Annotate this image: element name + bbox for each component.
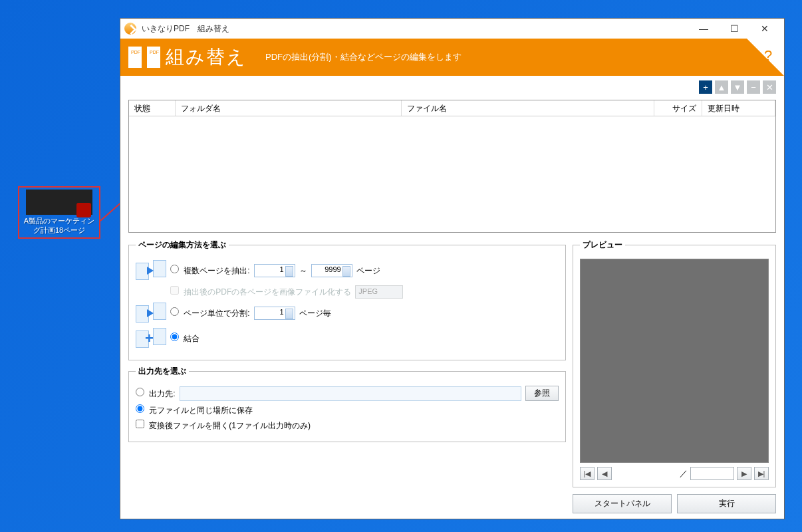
header-rearrange-icon: PDFPDF	[127, 44, 162, 70]
remove-file-button[interactable]: −	[747, 80, 760, 94]
col-folder: フォルダ名	[176, 100, 402, 116]
preview-nav: |◀ ◀ ／ ▶ ▶|	[580, 467, 769, 480]
move-down-button[interactable]: ▼	[731, 80, 744, 94]
page-number-input[interactable]	[690, 467, 734, 480]
header-subtitle: PDFの抽出(分割)・結合などページの編集をします	[265, 51, 462, 63]
manual-icon[interactable]	[734, 48, 749, 64]
desktop-file-label: A製品のマーケティング計画18ページ	[21, 216, 97, 235]
next-page-button[interactable]: ▶	[737, 467, 751, 480]
merge-icon	[136, 328, 166, 349]
preview-legend: プレビュー	[580, 239, 625, 251]
merge-radio[interactable]: 結合	[170, 332, 200, 344]
clear-files-button[interactable]: ✕	[763, 80, 776, 94]
range-separator: ～	[299, 265, 307, 277]
table-header: 状態 フォルダ名 ファイル名 サイズ 更新日時	[129, 100, 775, 116]
file-toolbar: + ▲ ▼ − ✕	[120, 76, 784, 96]
add-file-button[interactable]: +	[699, 80, 712, 94]
header-banner: PDFPDF 組み替え PDFの抽出(分割)・結合などページの編集をします ?	[120, 39, 784, 76]
output-dest-radio[interactable]: 出力先:	[136, 388, 176, 400]
image-format-select[interactable]: JPEG	[355, 285, 403, 299]
close-button[interactable]: ✕	[749, 19, 780, 39]
extract-from-input[interactable]: 1	[254, 264, 295, 277]
edit-legend: ページの編集方法を選ぶ	[136, 239, 229, 251]
prev-page-button[interactable]: ◀	[597, 467, 612, 480]
split-unit: ページ毎	[299, 308, 331, 319]
edit-method-group: ページの編集方法を選ぶ 複数ページを抽出: 1 ～ 9999 ページ 抽出後のP…	[128, 239, 566, 360]
output-legend: 出力先を選ぶ	[136, 366, 189, 377]
extract-radio[interactable]: 複数ページを抽出:	[170, 265, 250, 277]
preview-group: プレビュー |◀ ◀ ／ ▶ ▶|	[573, 239, 776, 487]
svg-text:PDF: PDF	[150, 50, 159, 55]
browse-button[interactable]: 参照	[525, 386, 559, 401]
desktop-file[interactable]: A製品のマーケティング計画18ページ	[18, 186, 100, 239]
output-same-radio[interactable]: 元ファイルと同じ場所に保存	[136, 404, 253, 416]
col-file: ファイル名	[402, 100, 654, 116]
minimize-button[interactable]: —	[688, 19, 719, 39]
imagize-checkbox[interactable]: 抽出後のPDFの各ページを画像ファイル化する	[170, 286, 351, 298]
pdf-thumbnail-icon	[26, 190, 92, 215]
extract-to-input[interactable]: 9999	[311, 264, 352, 277]
start-panel-button[interactable]: スタートパネル	[573, 494, 672, 513]
split-radio[interactable]: ページ単位で分割:	[170, 307, 250, 319]
col-size: サイズ	[654, 100, 702, 116]
svg-text:PDF: PDF	[131, 50, 140, 55]
col-state: 状態	[129, 100, 176, 116]
header-title: 組み替え	[166, 45, 247, 70]
first-page-button[interactable]: |◀	[580, 467, 595, 480]
col-date: 更新日時	[702, 100, 775, 116]
help-icon[interactable]: ?	[760, 48, 776, 64]
open-after-checkbox[interactable]: 変換後ファイルを開く(1ファイル出力時のみ)	[136, 420, 311, 432]
split-icon	[136, 303, 166, 324]
window-title: いきなりPDF 組み替え	[142, 23, 229, 35]
move-up-button[interactable]: ▲	[715, 80, 728, 94]
app-icon	[124, 23, 136, 35]
output-path-input[interactable]	[180, 386, 521, 401]
titlebar: いきなりPDF 組み替え — ☐ ✕	[120, 19, 784, 39]
run-button[interactable]: 実行	[677, 494, 776, 513]
extract-icon	[136, 260, 166, 281]
app-window: いきなりPDF 組み替え — ☐ ✕ PDFPDF 組み替え PDFの抽出(分割…	[120, 18, 785, 519]
output-group: 出力先を選ぶ 出力先: 参照 元ファイルと同じ場所に保存 変換後ファイルを開く(…	[128, 366, 566, 442]
last-page-button[interactable]: ▶|	[754, 467, 769, 480]
preview-canvas	[580, 259, 769, 463]
maximize-button[interactable]: ☐	[719, 19, 749, 39]
file-list-table[interactable]: 状態 フォルダ名 ファイル名 サイズ 更新日時	[128, 100, 776, 233]
page-separator: ／	[680, 468, 688, 479]
extract-unit: ページ	[356, 265, 380, 277]
split-value-input[interactable]: 1	[254, 307, 295, 320]
